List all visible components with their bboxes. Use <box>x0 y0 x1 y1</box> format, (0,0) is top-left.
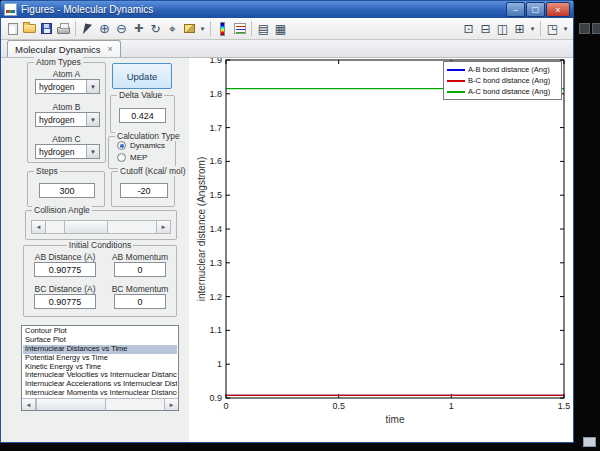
initial-conditions-group-label: Initial Conditions <box>67 240 133 250</box>
dropdown-arrow-icon[interactable]: ▼ <box>86 145 99 158</box>
pointer-icon[interactable] <box>79 20 96 38</box>
toolbar-separator <box>75 21 76 36</box>
dropdown-arrow-icon[interactable]: ▼ <box>86 80 99 93</box>
open-folder-icon[interactable] <box>21 20 38 38</box>
insert-legend-icon[interactable] <box>231 20 248 38</box>
tab-close-icon[interactable]: × <box>108 45 113 54</box>
update-button[interactable]: Update <box>112 63 172 89</box>
list-item[interactable]: Contour Plot <box>23 327 177 336</box>
layout-single-icon[interactable]: ⊡ <box>460 20 477 38</box>
cutoff-group: Cutoff (Kcal/ mol) <box>111 171 175 207</box>
layout-grid-icon[interactable]: ⊞ <box>511 20 528 38</box>
delta-value-group-label: Delta Value <box>117 90 164 100</box>
pointer-icon-shape <box>83 23 92 35</box>
radio-icon <box>117 141 126 150</box>
save-icon[interactable] <box>38 20 55 38</box>
bc-momentum-field[interactable] <box>114 294 166 309</box>
list-item[interactable]: Internuclear Distances vs Time <box>23 345 177 354</box>
atom-b-value: hydrogen <box>36 113 86 126</box>
slider-left-arrow-icon[interactable]: ◄ <box>32 221 46 233</box>
x-tick-label: 0 <box>223 401 228 411</box>
screen: Figures - Molecular Dynamics – ▢ × ⊕⊖✚↻⌖… <box>0 0 600 451</box>
layout-split-vertical-icon[interactable]: ◫ <box>494 20 511 38</box>
atom-b-label: Atom B <box>28 102 105 112</box>
brush-caret-icon[interactable]: ▾ <box>198 20 207 38</box>
atom-a-label: Atom A <box>28 69 105 79</box>
legend-entry: A-B bond distance (Ang) <box>447 64 558 75</box>
x-tick-label: 1.5 <box>558 401 571 411</box>
brush-icon-shape <box>184 24 195 33</box>
collision-angle-slider[interactable]: ◄ ► <box>31 220 171 234</box>
list-item[interactable]: Surface Plot <box>23 336 177 345</box>
insert-colorbar-icon[interactable] <box>214 20 231 38</box>
atom-types-group: Atom Types Atom Ahydrogen▼Atom Bhydrogen… <box>27 62 106 163</box>
undock-caret-icon[interactable]: ▾ <box>561 20 570 38</box>
zoom-out-icon[interactable]: ⊖ <box>113 20 130 38</box>
x-axis-label: time <box>386 414 405 425</box>
new-document-icon-shape <box>8 23 18 35</box>
toolbar-left: ⊕⊖✚↻⌖▾▤▦ <box>4 18 289 39</box>
layout-caret-icon[interactable]: ▾ <box>528 20 537 38</box>
collision-angle-group: Collision Angle ◄ ► <box>25 210 177 240</box>
bc-distance-a-field[interactable] <box>34 294 96 309</box>
plot-type-listbox[interactable]: Contour PlotSurface PlotInternuclear Dis… <box>21 325 179 411</box>
plot-legend[interactable]: A-B bond distance (Ang)B-C bond distance… <box>443 61 562 100</box>
maximize-button[interactable]: ▢ <box>526 2 545 17</box>
show-desktop-button[interactable] <box>583 437 596 447</box>
legend-entry-label: B-C bond distance (Ang) <box>468 76 550 85</box>
list-item[interactable]: Internuclear Velocities vs Internuclear … <box>23 371 177 380</box>
slider-right-arrow-icon[interactable]: ► <box>156 221 170 233</box>
list-item[interactable]: Internuclear Momenta vs Internuclear Dis… <box>23 389 177 397</box>
new-document-icon[interactable] <box>4 20 21 38</box>
pan-icon[interactable]: ✚ <box>130 20 147 38</box>
atom-c-select[interactable]: hydrogen▼ <box>35 144 100 159</box>
dropdown-arrow-icon[interactable]: ▼ <box>86 113 99 126</box>
cutoff-field[interactable] <box>120 183 168 198</box>
listbox-horizontal-scrollbar[interactable]: ◄ ► <box>22 398 178 410</box>
ab-distance-a-field[interactable] <box>34 262 96 277</box>
delta-value-field[interactable] <box>119 108 166 123</box>
brush-icon[interactable] <box>181 20 198 38</box>
content: Atom Types Atom Ahydrogen▼Atom Bhydrogen… <box>1 58 573 442</box>
data-cursor-icon[interactable]: ⌖ <box>164 20 181 38</box>
close-button[interactable]: × <box>546 2 570 17</box>
delta-value-group: Delta Value <box>110 95 175 133</box>
legend-entry-label: A-C bond distance (Ang) <box>468 87 550 96</box>
list-item[interactable]: Kinetic Energy vs Time <box>23 363 177 372</box>
zoom-in-icon[interactable]: ⊕ <box>96 20 113 38</box>
y-tick-label: 1.2 <box>209 292 222 302</box>
atom-a-select[interactable]: hydrogen▼ <box>35 79 100 94</box>
calculation-type-group-label: Calculation Type <box>115 131 182 141</box>
y-tick-label: 0.9 <box>209 393 222 403</box>
radio-option-dynamics[interactable]: Dynamics <box>117 141 165 150</box>
radio-icon <box>117 153 126 162</box>
scrollbar-right-arrow-icon[interactable]: ► <box>164 399 178 410</box>
plot-browser-icon[interactable]: ▦ <box>272 20 289 38</box>
figure-palette-icon[interactable]: ▤ <box>255 20 272 38</box>
toolbar: ⊕⊖✚↻⌖▾▤▦ ⊡⊟◫⊞▾◳▾ <box>1 18 573 40</box>
tab-molecular-dynamics[interactable]: Molecular Dynamics × <box>7 40 121 57</box>
undock-icon[interactable]: ◳ <box>544 20 561 38</box>
ab-momentum-field[interactable] <box>114 262 166 277</box>
print-icon[interactable] <box>55 20 72 38</box>
steps-field[interactable] <box>39 183 95 198</box>
legend-line-sample <box>447 69 465 71</box>
minimize-button[interactable]: – <box>506 2 525 17</box>
atom-types-group-label: Atom Types <box>34 57 83 67</box>
list-item[interactable]: Internuclear Accelerations vs Internucle… <box>23 380 177 389</box>
list-item[interactable]: Potential Energy vs Time <box>23 354 177 363</box>
titlebar[interactable]: Figures - Molecular Dynamics – ▢ × <box>1 1 573 18</box>
toolbar-separator <box>540 21 541 36</box>
radio-option-label: Dynamics <box>130 141 165 150</box>
rotate-3d-icon[interactable]: ↻ <box>147 20 164 38</box>
slider-thumb[interactable] <box>64 221 108 233</box>
radio-option-mep[interactable]: MEP <box>117 153 147 162</box>
steps-group: Steps <box>27 171 105 207</box>
scrollbar-left-arrow-icon[interactable]: ◄ <box>22 399 36 410</box>
ab-momentum-label: AB Momentum <box>108 252 172 262</box>
y-tick-label: 1.4 <box>209 224 222 234</box>
scrollbar-thumb[interactable] <box>36 399 106 410</box>
layout-split-horizontal-icon[interactable]: ⊟ <box>477 20 494 38</box>
atom-b-select[interactable]: hydrogen▼ <box>35 112 100 127</box>
atom-a-value: hydrogen <box>36 80 86 93</box>
